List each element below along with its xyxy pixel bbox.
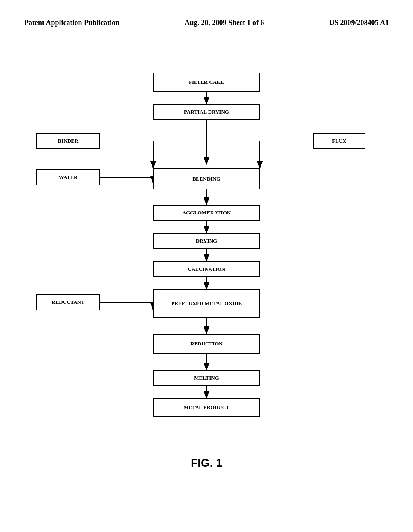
publication-number: US 2009/208405 A1	[329, 18, 389, 27]
flux-box: FLUX	[313, 133, 365, 149]
binder-box: BINDER	[36, 133, 100, 149]
drying-box: DRYING	[153, 233, 260, 249]
diagram-area: FILTER CAKE PARTIAL DRYING BINDER FLUX W…	[0, 64, 413, 427]
filter-cake-box: FILTER CAKE	[153, 73, 260, 92]
partial-drying-box: PARTIAL DRYING	[153, 104, 260, 120]
publication-title: Patent Application Publication	[24, 18, 119, 27]
reductant-box: REDUCTANT	[36, 294, 100, 310]
prefluxed-box: PREFLUXED METAL OXIDE	[153, 289, 260, 318]
agglomeration-box: AGGLOMERATION	[153, 205, 260, 221]
water-box: WATER	[36, 169, 100, 185]
figure-caption: FIG. 1	[0, 457, 413, 470]
publication-date-sheet: Aug. 20, 2009 Sheet 1 of 6	[185, 18, 264, 27]
calcination-box: CALCINATION	[153, 261, 260, 277]
melting-box: MELTING	[153, 370, 260, 386]
metal-product-box: METAL PRODUCT	[153, 398, 260, 417]
blending-box: BLENDING	[153, 168, 260, 189]
header: Patent Application Publication Aug. 20, …	[0, 0, 413, 35]
reduction-box: REDUCTION	[153, 334, 260, 354]
